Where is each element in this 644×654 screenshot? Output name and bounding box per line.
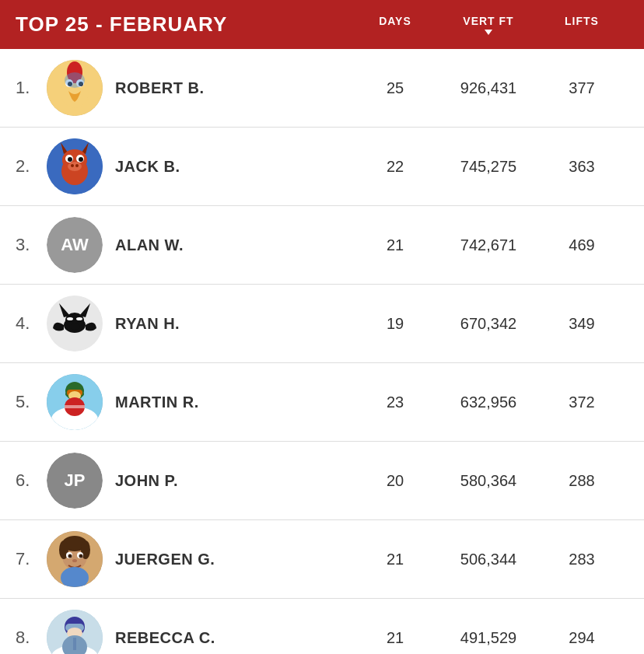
header: TOP 25 - FEBRUARY DAYS VERT FT LIFTS <box>0 0 644 49</box>
days-column-header[interactable]: DAYS <box>348 15 442 35</box>
avatar <box>47 60 103 116</box>
vert-stat: 580,364 <box>442 472 535 490</box>
player-name: JACK B. <box>115 158 348 176</box>
avatar <box>47 531 103 587</box>
player-name: MARTIN R. <box>115 393 348 411</box>
avatar <box>47 374 103 430</box>
vert-stat: 742,671 <box>442 236 535 254</box>
rank-8: 8. <box>16 628 47 648</box>
svg-point-8 <box>65 72 85 88</box>
days-stat: 21 <box>348 551 442 568</box>
vert-stat: 670,342 <box>442 315 535 333</box>
table-row[interactable]: 1. ROBERT B. 25 926,431 3 <box>0 49 644 128</box>
svg-point-28 <box>69 324 80 330</box>
lifts-column-header[interactable]: LIFTS <box>535 15 628 35</box>
avatar <box>47 610 103 654</box>
svg-point-16 <box>68 157 72 162</box>
rank-5: 5. <box>16 392 47 412</box>
lifts-stat: 469 <box>535 236 628 254</box>
avatar: AW <box>47 217 103 273</box>
days-stat: 25 <box>348 79 442 97</box>
svg-point-44 <box>68 554 72 558</box>
lifts-stat: 372 <box>535 393 628 411</box>
vert-stat: 745,275 <box>442 158 535 176</box>
leaderboard: TOP 25 - FEBRUARY DAYS VERT FT LIFTS 1. <box>0 0 644 654</box>
vert-stat: 491,529 <box>442 629 535 647</box>
table-row[interactable]: 3. AW ALAN W. 21 742,671 469 <box>0 206 644 285</box>
rank-1: 1. <box>16 78 47 98</box>
avatar: JP <box>47 453 103 509</box>
svg-point-27 <box>76 317 82 320</box>
player-name: JOHN P. <box>115 472 348 490</box>
vert-stat: 506,344 <box>442 551 535 568</box>
svg-point-18 <box>68 162 82 171</box>
rank-7: 7. <box>16 549 47 569</box>
leaderboard-title: TOP 25 - FEBRUARY <box>16 12 227 37</box>
table-row[interactable]: 4. RYAN H. 19 <box>0 285 644 363</box>
lifts-stat: 363 <box>535 158 628 176</box>
svg-point-17 <box>79 157 83 162</box>
svg-point-45 <box>79 554 83 558</box>
header-columns: DAYS VERT FT LIFTS <box>348 15 628 35</box>
days-stat: 20 <box>348 472 442 490</box>
player-name: ROBERT B. <box>115 79 348 97</box>
table-row[interactable]: 2. JACK B. 22 <box>0 128 644 206</box>
days-stat: 21 <box>348 236 442 254</box>
svg-rect-54 <box>73 638 76 650</box>
player-name: RYAN H. <box>115 315 348 333</box>
lifts-stat: 283 <box>535 551 628 568</box>
player-name: JUERGEN G. <box>115 551 348 568</box>
lifts-stat: 288 <box>535 472 628 490</box>
vert-column-header[interactable]: VERT FT <box>442 15 535 35</box>
lifts-stat: 349 <box>535 315 628 333</box>
days-stat: 23 <box>348 393 442 411</box>
rank-4: 4. <box>16 313 47 334</box>
svg-point-46 <box>72 559 77 562</box>
rank-3: 3. <box>16 235 47 255</box>
avatar <box>47 138 103 194</box>
sort-descending-icon <box>485 30 492 35</box>
svg-rect-36 <box>65 405 85 408</box>
vert-stat: 926,431 <box>442 79 535 97</box>
svg-point-19 <box>71 164 74 167</box>
player-name: REBECCA C. <box>115 629 348 647</box>
table-row[interactable]: 7. JUERGEN <box>0 520 644 599</box>
days-stat: 22 <box>348 158 442 176</box>
days-stat: 21 <box>348 629 442 647</box>
lifts-stat: 294 <box>535 629 628 647</box>
avatar <box>47 296 103 351</box>
svg-point-20 <box>75 164 79 167</box>
table-row[interactable]: 5. MARTIN R. 23 632,956 3 <box>0 363 644 442</box>
rank-6: 6. <box>16 470 47 491</box>
table-row[interactable]: 6. JP JOHN P. 20 580,364 288 <box>0 442 644 520</box>
table-row[interactable]: 8. REBECCA C. 2 <box>0 599 644 654</box>
rank-2: 2. <box>16 156 47 177</box>
svg-point-26 <box>67 317 73 320</box>
days-stat: 19 <box>348 315 442 333</box>
player-name: ALAN W. <box>115 236 348 254</box>
vert-stat: 632,956 <box>442 393 535 411</box>
lifts-stat: 377 <box>535 79 628 97</box>
